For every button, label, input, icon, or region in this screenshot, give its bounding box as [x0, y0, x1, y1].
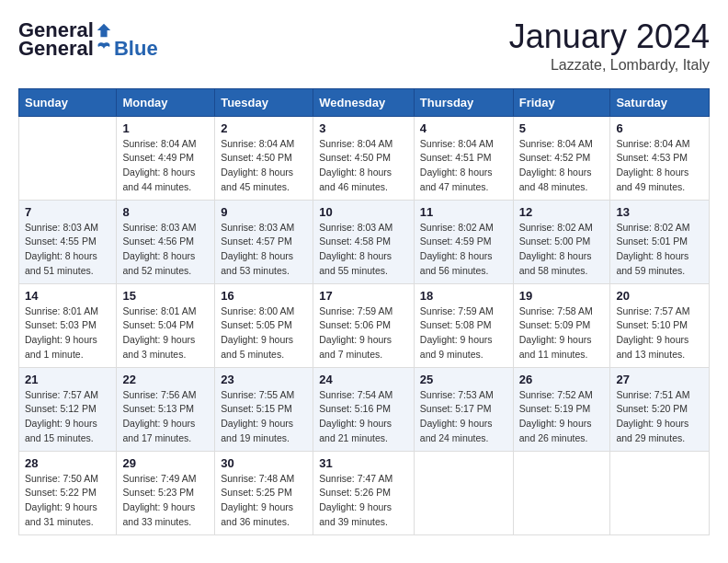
table-row: 19Sunrise: 7:58 AM Sunset: 5:09 PM Dayli… — [513, 283, 610, 367]
col-wednesday: Wednesday — [313, 88, 415, 116]
table-row: 11Sunrise: 8:02 AM Sunset: 4:59 PM Dayli… — [414, 200, 513, 283]
table-row: 8Sunrise: 8:03 AM Sunset: 4:56 PM Daylig… — [117, 200, 215, 283]
table-row: 30Sunrise: 7:48 AM Sunset: 5:25 PM Dayli… — [215, 451, 313, 534]
table-row: 13Sunrise: 8:02 AM Sunset: 5:01 PM Dayli… — [610, 200, 710, 283]
col-thursday: Thursday — [414, 88, 513, 116]
table-row: 16Sunrise: 8:00 AM Sunset: 5:05 PM Dayli… — [215, 283, 313, 367]
logo-bird-icon — [95, 40, 113, 58]
calendar-header-row: Sunday Monday Tuesday Wednesday Thursday… — [19, 88, 710, 116]
table-row — [513, 451, 610, 534]
table-row: 23Sunrise: 7:55 AM Sunset: 5:15 PM Dayli… — [215, 367, 313, 451]
table-row: 7Sunrise: 8:03 AM Sunset: 4:55 PM Daylig… — [19, 200, 117, 283]
table-row: 1Sunrise: 8:04 AM Sunset: 4:49 PM Daylig… — [117, 116, 215, 200]
table-row: 3Sunrise: 8:04 AM Sunset: 4:50 PM Daylig… — [313, 116, 415, 200]
location-subtitle: Lazzate, Lombardy, Italy — [509, 57, 710, 74]
logo-general-part: General — [18, 37, 94, 61]
page-header: General General Blue January 2024 Lazzat… — [18, 18, 710, 74]
table-row: 24Sunrise: 7:54 AM Sunset: 5:16 PM Dayli… — [313, 367, 415, 451]
title-block: January 2024 Lazzate, Lombardy, Italy — [509, 18, 710, 74]
table-row: 12Sunrise: 8:02 AM Sunset: 5:00 PM Dayli… — [513, 200, 610, 283]
table-row: 10Sunrise: 8:03 AM Sunset: 4:58 PM Dayli… — [313, 200, 415, 283]
svg-marker-0 — [97, 24, 110, 37]
col-friday: Friday — [513, 88, 610, 116]
table-row: 31Sunrise: 7:47 AM Sunset: 5:26 PM Dayli… — [313, 451, 415, 534]
table-row: 29Sunrise: 7:49 AM Sunset: 5:23 PM Dayli… — [117, 451, 215, 534]
table-row: 15Sunrise: 8:01 AM Sunset: 5:04 PM Dayli… — [117, 283, 215, 367]
table-row: 27Sunrise: 7:51 AM Sunset: 5:20 PM Dayli… — [610, 367, 710, 451]
table-row: 6Sunrise: 8:04 AM Sunset: 4:53 PM Daylig… — [610, 116, 710, 200]
table-row: 21Sunrise: 7:57 AM Sunset: 5:12 PM Dayli… — [19, 367, 117, 451]
month-title: January 2024 — [509, 18, 710, 55]
table-row: 5Sunrise: 8:04 AM Sunset: 4:52 PM Daylig… — [513, 116, 610, 200]
table-row: 17Sunrise: 7:59 AM Sunset: 5:06 PM Dayli… — [313, 283, 415, 367]
col-monday: Monday — [117, 88, 215, 116]
table-row: 9Sunrise: 8:03 AM Sunset: 4:57 PM Daylig… — [215, 200, 313, 283]
table-row: 4Sunrise: 8:04 AM Sunset: 4:51 PM Daylig… — [414, 116, 513, 200]
table-row: 25Sunrise: 7:53 AM Sunset: 5:17 PM Dayli… — [414, 367, 513, 451]
table-row: 18Sunrise: 7:59 AM Sunset: 5:08 PM Dayli… — [414, 283, 513, 367]
table-row — [19, 116, 117, 200]
table-row: 28Sunrise: 7:50 AM Sunset: 5:22 PM Dayli… — [19, 451, 117, 534]
table-row — [610, 451, 710, 534]
col-saturday: Saturday — [610, 88, 710, 116]
table-row: 22Sunrise: 7:56 AM Sunset: 5:13 PM Dayli… — [117, 367, 215, 451]
logo-blue-part: Blue — [114, 37, 158, 61]
table-row — [414, 451, 513, 534]
table-row: 26Sunrise: 7:52 AM Sunset: 5:19 PM Dayli… — [513, 367, 610, 451]
calendar-table: Sunday Monday Tuesday Wednesday Thursday… — [18, 88, 710, 535]
logo: General General Blue — [18, 18, 158, 61]
table-row: 2Sunrise: 8:04 AM Sunset: 4:50 PM Daylig… — [215, 116, 313, 200]
table-row: 20Sunrise: 7:57 AM Sunset: 5:10 PM Dayli… — [610, 283, 710, 367]
col-tuesday: Tuesday — [215, 88, 313, 116]
col-sunday: Sunday — [19, 88, 117, 116]
table-row: 14Sunrise: 8:01 AM Sunset: 5:03 PM Dayli… — [19, 283, 117, 367]
